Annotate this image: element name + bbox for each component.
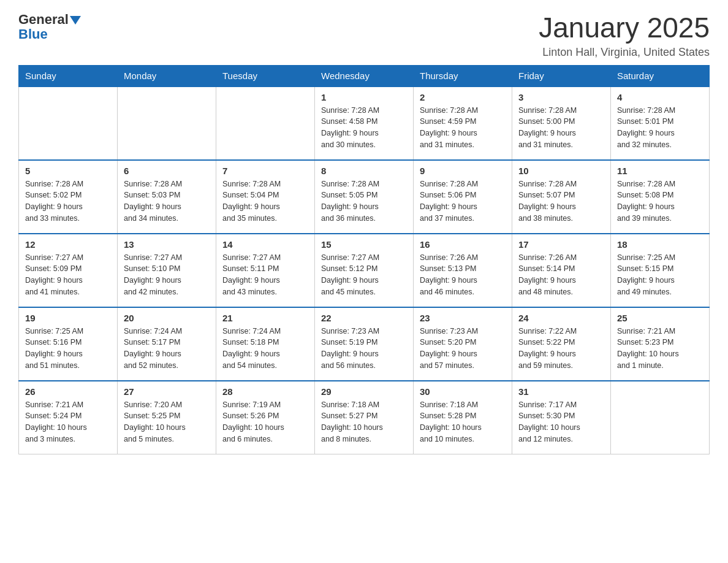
calendar-cell: 18Sunrise: 7:25 AMSunset: 5:15 PMDayligh…	[611, 234, 710, 307]
calendar-week-row: 5Sunrise: 7:28 AMSunset: 5:02 PMDaylight…	[19, 160, 710, 234]
day-number: 6	[124, 166, 210, 176]
day-number: 4	[617, 92, 703, 102]
day-info: Sunrise: 7:28 AMSunset: 5:05 PMDaylight:…	[321, 178, 407, 224]
calendar-cell: 1Sunrise: 7:28 AMSunset: 4:58 PMDaylight…	[315, 86, 414, 160]
day-number: 15	[321, 239, 407, 250]
logo-text: GeneralBlue	[18, 12, 81, 42]
day-info: Sunrise: 7:28 AMSunset: 5:06 PMDaylight:…	[420, 178, 506, 224]
day-number: 2	[420, 92, 506, 102]
day-of-week-header: Friday	[512, 65, 611, 86]
day-info: Sunrise: 7:24 AMSunset: 5:18 PMDaylight:…	[222, 326, 308, 372]
day-number: 7	[222, 166, 308, 176]
calendar-cell: 13Sunrise: 7:27 AMSunset: 5:10 PMDayligh…	[118, 234, 216, 307]
day-number: 11	[617, 166, 703, 176]
day-number: 23	[420, 313, 506, 323]
day-number: 26	[25, 386, 111, 397]
calendar-table: SundayMondayTuesdayWednesdayThursdayFrid…	[18, 65, 710, 455]
day-info: Sunrise: 7:25 AMSunset: 5:16 PMDaylight:…	[25, 326, 111, 372]
calendar-header-row: SundayMondayTuesdayWednesdayThursdayFrid…	[19, 65, 710, 86]
day-number: 20	[124, 313, 210, 323]
day-info: Sunrise: 7:28 AMSunset: 5:00 PMDaylight:…	[518, 105, 604, 151]
day-info: Sunrise: 7:26 AMSunset: 5:14 PMDaylight:…	[518, 252, 604, 298]
day-of-week-header: Monday	[118, 65, 216, 86]
calendar-cell: 8Sunrise: 7:28 AMSunset: 5:05 PMDaylight…	[315, 160, 414, 234]
day-info: Sunrise: 7:28 AMSunset: 5:03 PMDaylight:…	[124, 178, 210, 224]
calendar-cell: 22Sunrise: 7:23 AMSunset: 5:19 PMDayligh…	[315, 307, 414, 381]
calendar-cell: 17Sunrise: 7:26 AMSunset: 5:14 PMDayligh…	[512, 234, 611, 307]
calendar-cell	[118, 86, 216, 160]
calendar-cell: 2Sunrise: 7:28 AMSunset: 4:59 PMDaylight…	[414, 86, 512, 160]
calendar-cell: 28Sunrise: 7:19 AMSunset: 5:26 PMDayligh…	[216, 381, 315, 454]
day-number: 25	[617, 313, 703, 323]
day-number: 18	[617, 239, 703, 250]
calendar-cell: 20Sunrise: 7:24 AMSunset: 5:17 PMDayligh…	[118, 307, 216, 381]
day-number: 3	[518, 92, 604, 102]
day-info: Sunrise: 7:20 AMSunset: 5:25 PMDaylight:…	[124, 399, 210, 445]
day-number: 22	[321, 313, 407, 323]
day-info: Sunrise: 7:28 AMSunset: 4:58 PMDaylight:…	[321, 105, 407, 151]
day-of-week-header: Saturday	[611, 65, 710, 86]
day-number: 31	[518, 386, 604, 397]
day-info: Sunrise: 7:28 AMSunset: 5:07 PMDaylight:…	[518, 178, 604, 224]
logo: GeneralBlue	[18, 12, 81, 42]
logo-blue-text: Blue	[18, 26, 48, 42]
calendar-cell: 24Sunrise: 7:22 AMSunset: 5:22 PMDayligh…	[512, 307, 611, 381]
calendar-week-row: 1Sunrise: 7:28 AMSunset: 4:58 PMDaylight…	[19, 86, 710, 160]
calendar-cell	[611, 381, 710, 454]
day-number: 5	[25, 166, 111, 176]
day-info: Sunrise: 7:27 AMSunset: 5:12 PMDaylight:…	[321, 252, 407, 298]
day-number: 16	[420, 239, 506, 250]
day-number: 17	[518, 239, 604, 250]
day-info: Sunrise: 7:27 AMSunset: 5:10 PMDaylight:…	[124, 252, 210, 298]
calendar-cell: 31Sunrise: 7:17 AMSunset: 5:30 PMDayligh…	[512, 381, 611, 454]
calendar-cell: 15Sunrise: 7:27 AMSunset: 5:12 PMDayligh…	[315, 234, 414, 307]
day-info: Sunrise: 7:19 AMSunset: 5:26 PMDaylight:…	[222, 399, 308, 445]
calendar-cell: 5Sunrise: 7:28 AMSunset: 5:02 PMDaylight…	[19, 160, 118, 234]
page-header: GeneralBlue January 2025 Linton Hall, Vi…	[18, 12, 710, 59]
calendar-cell: 12Sunrise: 7:27 AMSunset: 5:09 PMDayligh…	[19, 234, 118, 307]
calendar-cell: 4Sunrise: 7:28 AMSunset: 5:01 PMDaylight…	[611, 86, 710, 160]
day-info: Sunrise: 7:17 AMSunset: 5:30 PMDaylight:…	[518, 399, 604, 445]
calendar-cell: 14Sunrise: 7:27 AMSunset: 5:11 PMDayligh…	[216, 234, 315, 307]
day-info: Sunrise: 7:28 AMSunset: 5:04 PMDaylight:…	[222, 178, 308, 224]
calendar-cell: 11Sunrise: 7:28 AMSunset: 5:08 PMDayligh…	[611, 160, 710, 234]
day-number: 1	[321, 92, 407, 102]
day-number: 27	[124, 386, 210, 397]
day-number: 8	[321, 166, 407, 176]
day-of-week-header: Sunday	[19, 65, 118, 86]
day-number: 29	[321, 386, 407, 397]
calendar-cell: 6Sunrise: 7:28 AMSunset: 5:03 PMDaylight…	[118, 160, 216, 234]
month-title: January 2025	[539, 12, 710, 44]
calendar-week-row: 12Sunrise: 7:27 AMSunset: 5:09 PMDayligh…	[19, 234, 710, 307]
day-info: Sunrise: 7:18 AMSunset: 5:28 PMDaylight:…	[420, 399, 506, 445]
day-info: Sunrise: 7:21 AMSunset: 5:24 PMDaylight:…	[25, 399, 111, 445]
day-info: Sunrise: 7:23 AMSunset: 5:20 PMDaylight:…	[420, 326, 506, 372]
calendar-cell: 26Sunrise: 7:21 AMSunset: 5:24 PMDayligh…	[19, 381, 118, 454]
day-number: 21	[222, 313, 308, 323]
calendar-cell: 9Sunrise: 7:28 AMSunset: 5:06 PMDaylight…	[414, 160, 512, 234]
calendar-cell: 27Sunrise: 7:20 AMSunset: 5:25 PMDayligh…	[118, 381, 216, 454]
location: Linton Hall, Virginia, United States	[539, 46, 710, 59]
day-of-week-header: Thursday	[414, 65, 512, 86]
day-number: 19	[25, 313, 111, 323]
day-number: 24	[518, 313, 604, 323]
calendar-cell: 23Sunrise: 7:23 AMSunset: 5:20 PMDayligh…	[414, 307, 512, 381]
day-info: Sunrise: 7:27 AMSunset: 5:11 PMDaylight:…	[222, 252, 308, 298]
day-info: Sunrise: 7:28 AMSunset: 5:01 PMDaylight:…	[617, 105, 703, 151]
calendar-week-row: 19Sunrise: 7:25 AMSunset: 5:16 PMDayligh…	[19, 307, 710, 381]
day-number: 30	[420, 386, 506, 397]
day-info: Sunrise: 7:25 AMSunset: 5:15 PMDaylight:…	[617, 252, 703, 298]
calendar-week-row: 26Sunrise: 7:21 AMSunset: 5:24 PMDayligh…	[19, 381, 710, 454]
day-info: Sunrise: 7:27 AMSunset: 5:09 PMDaylight:…	[25, 252, 111, 298]
day-number: 14	[222, 239, 308, 250]
day-number: 9	[420, 166, 506, 176]
day-number: 12	[25, 239, 111, 250]
calendar-cell: 29Sunrise: 7:18 AMSunset: 5:27 PMDayligh…	[315, 381, 414, 454]
day-number: 13	[124, 239, 210, 250]
day-info: Sunrise: 7:26 AMSunset: 5:13 PMDaylight:…	[420, 252, 506, 298]
day-number: 10	[518, 166, 604, 176]
day-of-week-header: Tuesday	[216, 65, 315, 86]
calendar-cell: 19Sunrise: 7:25 AMSunset: 5:16 PMDayligh…	[19, 307, 118, 381]
calendar-cell: 10Sunrise: 7:28 AMSunset: 5:07 PMDayligh…	[512, 160, 611, 234]
calendar-cell	[216, 86, 315, 160]
